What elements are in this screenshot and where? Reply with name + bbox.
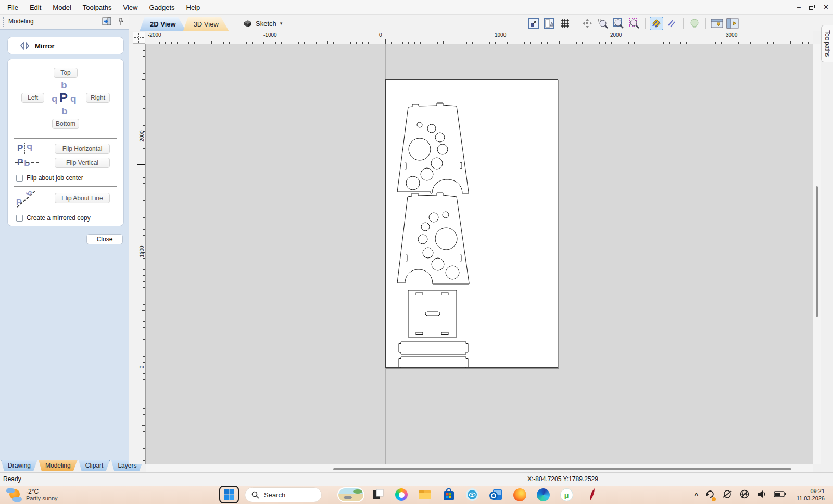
tab-drawing[interactable]: Drawing [1,460,37,471]
microsoft-store-icon[interactable] [441,487,456,502]
design-part-side-panel-upper[interactable] [397,103,469,193]
design-part-rail-1[interactable] [399,342,468,354]
firefox-app-icon[interactable] [512,487,527,502]
flip-horizontal-button[interactable]: Flip Horizontal [55,144,110,154]
menu-gadgets[interactable]: Gadgets [149,4,174,11]
mirror-center-glyph: P [59,92,68,104]
dock-title: Modeling [8,18,34,25]
horizontal-ruler: -2000-10000100020003000 [146,31,813,44]
snap-toggle-icon[interactable] [650,17,663,30]
create-mirrored-copy-row: Create a mirrored copy [16,214,91,222]
snap-geometry-icon[interactable] [665,17,679,30]
vertical-scrollbar-thumb[interactable] [816,186,818,317]
mirror-tool-title: Mirror [35,42,55,50]
menu-model[interactable]: Model [53,4,71,11]
clock-date: 11.03.2026 [797,495,825,502]
widgets-thumbnail[interactable] [337,487,364,502]
vertical-scrollbar[interactable] [813,44,821,464]
mirror-left-button[interactable]: Left [21,93,44,103]
tab-clipart[interactable]: Clipart [79,460,110,471]
2d-design-canvas[interactable] [146,44,813,464]
mirror-direction-cluster: Top Left Right Bottom P q q b b [8,59,123,137]
view-tab-bar: 2D View 3D View Sketch ▾ [129,15,833,31]
shaded-preview-icon[interactable] [688,17,701,30]
eset-antivirus-icon[interactable] [465,487,479,502]
menu-view[interactable]: View [123,4,137,11]
flip-vertical-button[interactable]: Flip Vertical [55,158,110,168]
menu-toolpaths[interactable]: Toolpaths [83,4,112,11]
design-part-rail-2[interactable] [399,357,468,368]
zoom-to-drawing-icon[interactable] [542,17,556,30]
minimize-button[interactable]: – [797,3,801,11]
sketch-dropdown[interactable]: Sketch ▾ [236,17,282,30]
copilot-app-icon[interactable] [394,487,409,502]
tab-modeling[interactable]: Modeling [39,460,78,471]
status-bar: Ready X:-804.7205 Y:1789.2529 [0,472,833,486]
design-part-side-panel-lower[interactable] [397,193,469,284]
menu-bar: File Edit Model Toolpaths View Gadgets H… [0,0,833,15]
pin-panel-icon[interactable] [118,17,124,25]
quill-app-icon[interactable] [585,487,600,502]
volume-icon[interactable] [756,489,767,501]
material-sheet[interactable] [385,79,558,368]
toolpaths-side-tab[interactable]: Toolpaths [821,25,833,62]
clock-time: 09:21 [797,487,825,495]
mirror-top-button[interactable]: Top [54,68,78,78]
weather-widget[interactable]: -2°C Partly sunny [6,487,58,502]
mirror-right-glyph: q [70,94,77,104]
tab-2d-view[interactable]: 2D View [140,17,186,31]
chevron-down-icon: ▾ [280,21,283,26]
sync-status-icon[interactable] [705,489,715,501]
divider [14,186,117,187]
menu-edit[interactable]: Edit [30,4,41,11]
cursor-position-marker-x [292,35,292,44]
mirror-bottom-button[interactable]: Bottom [52,119,79,129]
zoom-drawing-icon[interactable] [612,17,625,30]
start-button[interactable] [219,486,239,503]
tile-windows-horizontal-icon[interactable] [710,17,724,30]
windows-taskbar: -2°C Partly sunny Search µ ^ [0,486,833,504]
application-window: File Edit Model Toolpaths View Gadgets H… [0,0,833,504]
view-toolbar [527,17,739,30]
windows-logo-icon [223,489,235,500]
tile-windows-vertical-icon[interactable] [726,17,739,30]
no-internet-icon[interactable] [739,489,750,501]
grid-toggle-icon[interactable] [558,17,572,30]
mirror-left-glyph: q [52,94,58,104]
taskbar-clock[interactable]: 09:21 11.03.2026 [797,487,825,502]
create-mirrored-copy-checkbox[interactable] [16,215,23,222]
menu-help[interactable]: Help [186,4,200,11]
tab-3d-view[interactable]: 3D View [183,17,229,31]
create-mirrored-copy-label: Create a mirrored copy [27,214,91,222]
taskbar-search[interactable]: Search [245,487,322,502]
battery-icon[interactable] [774,490,786,500]
zoom-to-fit-icon[interactable] [527,17,540,30]
zoom-box-icon[interactable] [596,17,610,30]
touchpad-disabled-icon[interactable] [722,489,733,501]
photos-app-icon[interactable] [371,487,385,502]
edge-app-icon[interactable] [536,487,550,502]
menu-file[interactable]: File [7,4,18,11]
flip-about-job-center-checkbox[interactable] [16,175,23,182]
vertical-ruler: 200010000 [129,44,146,464]
collapse-panel-icon[interactable] [102,17,111,25]
utorrent-app-icon[interactable]: µ [559,487,574,502]
horizontal-scrollbar-thumb[interactable] [333,468,791,470]
mirror-below-glyph: b [61,106,68,116]
file-explorer-icon[interactable] [418,487,432,502]
zoom-selection-icon[interactable] [627,17,641,30]
restore-button[interactable] [809,5,815,10]
design-part-shelf-panel[interactable] [408,290,457,337]
flip-vertical-icon: PP [17,157,30,167]
flip-about-line-button[interactable]: Flip About Line [55,193,110,203]
close-button[interactable]: ✕ [823,3,829,11]
horizontal-scrollbar[interactable] [146,464,813,472]
tray-chevron-up-icon[interactable]: ^ [694,491,698,499]
mirror-right-button[interactable]: Right [86,93,110,103]
partly-sunny-icon [6,487,22,502]
outlook-app-icon[interactable] [488,487,503,502]
close-button-mirror-tool[interactable]: Close [86,234,123,244]
dock-grip[interactable] [3,17,4,27]
pan-icon[interactable] [580,17,594,30]
status-ready-text: Ready [3,475,21,483]
